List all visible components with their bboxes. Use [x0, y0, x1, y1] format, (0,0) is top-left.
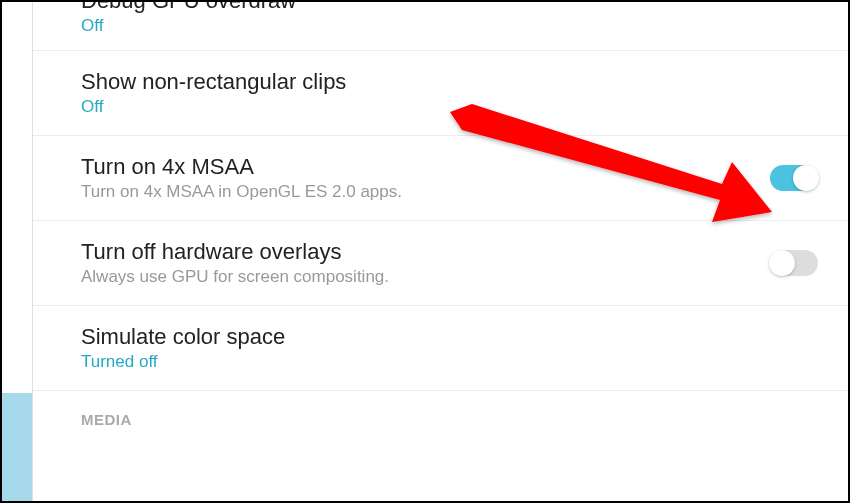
setting-debug-gpu-overdraw[interactable]: Debug GPU overdraw Off — [33, 2, 848, 51]
setting-title: Turn off hardware overlays — [81, 239, 389, 265]
setting-turn-off-hardware-overlays[interactable]: Turn off hardware overlays Always use GP… — [33, 221, 848, 306]
setting-text: Turn off hardware overlays Always use GP… — [81, 239, 389, 287]
toggle-knob — [769, 250, 795, 276]
setting-text: Debug GPU overdraw Off — [81, 2, 296, 36]
left-highlight — [2, 393, 32, 501]
toggle-knob — [793, 165, 819, 191]
setting-show-non-rectangular-clips[interactable]: Show non-rectangular clips Off — [33, 51, 848, 136]
setting-value: Off — [81, 16, 296, 36]
setting-title: Simulate color space — [81, 324, 285, 350]
setting-turn-on-4x-msaa[interactable]: Turn on 4x MSAA Turn on 4x MSAA in OpenG… — [33, 136, 848, 221]
toggle-4x-msaa[interactable] — [770, 165, 818, 191]
toggle-hardware-overlays[interactable] — [770, 250, 818, 276]
section-header-media: MEDIA — [33, 391, 848, 434]
setting-value: Off — [81, 97, 346, 117]
settings-list: Debug GPU overdraw Off Show non-rectangu… — [32, 2, 848, 501]
left-sidebar-strip — [2, 2, 32, 501]
setting-text: Simulate color space Turned off — [81, 324, 285, 372]
setting-text: Show non-rectangular clips Off — [81, 69, 346, 117]
setting-simulate-color-space[interactable]: Simulate color space Turned off — [33, 306, 848, 391]
setting-text: Turn on 4x MSAA Turn on 4x MSAA in OpenG… — [81, 154, 402, 202]
setting-title: Turn on 4x MSAA — [81, 154, 402, 180]
setting-value: Turned off — [81, 352, 285, 372]
setting-title: Show non-rectangular clips — [81, 69, 346, 95]
setting-title: Debug GPU overdraw — [81, 0, 296, 14]
setting-subtitle: Always use GPU for screen compositing. — [81, 267, 389, 287]
setting-subtitle: Turn on 4x MSAA in OpenGL ES 2.0 apps. — [81, 182, 402, 202]
